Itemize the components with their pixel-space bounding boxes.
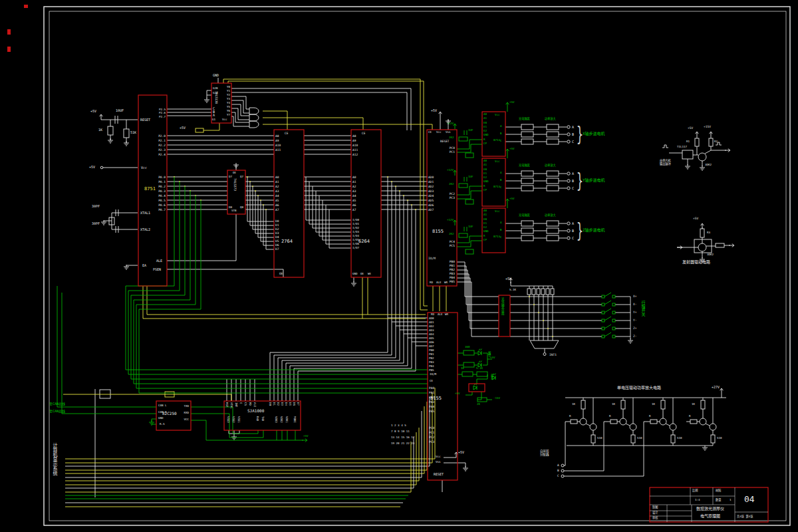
schematic-wiring	[0, 0, 798, 532]
term-y-b: B	[572, 179, 574, 183]
mcu-pin-vcc: Vcc	[141, 166, 147, 170]
oc2-5v: +5V	[693, 217, 698, 220]
250-pin-txd: TXD	[180, 405, 189, 408]
oc1-r2: R2	[714, 140, 718, 144]
sja-pin-rst: RST	[225, 402, 229, 407]
pio2-5v: +5V	[458, 450, 464, 454]
driver-x-chip: 8713	[493, 139, 500, 142]
amp3-rin: R	[649, 415, 651, 418]
rom-name: 2764	[281, 239, 293, 244]
sja-pin-d7: D7	[296, 402, 300, 406]
term-y-a: A	[572, 172, 574, 176]
term-y-c: C	[572, 186, 574, 190]
junction-dots	[174, 176, 553, 337]
ram-gnd: GND	[352, 273, 358, 276]
alarm-n15v: -15V	[493, 397, 500, 400]
sw-y-plus: Y+	[633, 311, 636, 314]
dec138-y-pins: Y0 Y1 Y2 Y3 Y4 Y5 Y6 Y7	[222, 85, 230, 117]
amp-27v: +27V	[712, 385, 720, 389]
pio1-pc23: PC2 PC3	[446, 192, 455, 200]
pio2-ad: AD0 AD1 AD2 AD3 AD4 AD5 AD6 AD7	[429, 317, 434, 348]
tb-row-draw: 制图	[652, 506, 658, 509]
driver-x-cap: 1UF	[468, 129, 473, 132]
pio1-rd: RD	[430, 281, 433, 285]
opto-header-z: 光电隔离	[519, 214, 530, 217]
tb-material-label: 材料	[716, 489, 721, 493]
driver-y-chip: 8713	[493, 186, 500, 189]
driver-z-pins: A0 A1 EB E1 E2 GND R CP	[483, 209, 489, 242]
mcu-pin-xtal1: XTAL1	[140, 211, 150, 215]
oc2-note: 发射器驱动电路	[682, 259, 710, 264]
driver-y-pins: A0 A1 EB E1 E2 GND R CP	[483, 159, 489, 192]
limit-switch-label: 行程开关	[641, 301, 646, 317]
frame-corner-marks	[7, 5, 28, 52]
rom-a-hi: A8 A9 A10 A11	[275, 134, 281, 152]
250-pin-canh: CAN H	[158, 411, 167, 414]
latch-q0: Q0	[240, 206, 243, 209]
reset-r1-label: 1K	[98, 128, 102, 132]
xtal-cap2-label: 30PF	[92, 221, 100, 225]
latch-d7: D7	[229, 176, 232, 179]
dec138-gnd: GND	[213, 73, 219, 77]
pio2-name: 8155	[430, 396, 442, 401]
driver-y-cap: 1UF	[468, 176, 473, 179]
sja-pin-xtal: XTAL	[229, 402, 233, 409]
driver-z-cap: 1UF	[468, 225, 473, 229]
term-z-b: B	[572, 229, 574, 233]
mcu-pin-ale: ALE	[156, 259, 162, 263]
driver-z-chip: 8713	[493, 235, 500, 239]
amp1-rin: R	[569, 415, 571, 418]
green-wires	[57, 102, 615, 442]
pio2-reset: RESET	[434, 472, 444, 476]
sja-pin-cs: CS	[243, 402, 247, 406]
250-pin-rs: R.S	[160, 423, 165, 426]
alarm-label-2: 指示	[490, 374, 493, 380]
xtal-cap1-label: 30PF	[92, 204, 100, 208]
alarm-r1k-label: 1K	[461, 367, 464, 370]
oc1-15v: +15V	[704, 125, 711, 128]
250-pin-vcc: VCC	[180, 418, 189, 422]
ram-we: WE	[368, 273, 371, 276]
amp-header-y: 功率放大	[545, 164, 556, 168]
dec138-vcc: Vcc	[222, 118, 227, 122]
pio1-ale: ALE	[436, 281, 442, 285]
tb-title-line1: 数控激光测厚仪	[696, 506, 724, 511]
driver-x-12v: +12V	[447, 122, 454, 126]
wire-numbers-2: 7 8 9 10 11	[391, 430, 430, 434]
sw-x-minus: X-	[633, 303, 636, 306]
oc1-r1: R1	[686, 140, 690, 144]
sja-pin-vdd2: VDD2	[279, 416, 283, 423]
driver-z-res: 2K2	[449, 233, 454, 236]
limit-5v: +5V	[505, 277, 511, 281]
pio2-ale: ALE	[438, 313, 443, 317]
pio2-vcc: Vcc	[436, 456, 441, 459]
amp-title: 单电压驱动功率放大电路	[617, 385, 661, 390]
sw-z-minus: Z-	[633, 334, 636, 338]
amp-in-c: C	[557, 474, 559, 477]
pio1-ce: CE	[428, 131, 432, 134]
pio1-ad: AD0 AD1 AD2 AD3 AD4 AD5 AD6 AD7	[428, 175, 434, 212]
250-pin-canl: CAN L	[158, 404, 167, 408]
driver-x-c: C	[500, 140, 502, 143]
motor-x-label: X轴步进电机	[583, 131, 605, 136]
dec138-g2b: G2B	[213, 87, 218, 90]
sja-pin-ale: ALE	[253, 402, 257, 407]
alarm-r51-label: 5.1K	[476, 367, 483, 370]
amp1-rtop: 1K	[572, 403, 575, 406]
term-x-a: A	[572, 125, 574, 129]
amp-header-x: 功率放大	[545, 118, 556, 121]
can-bus-label-2: 至CAN总线	[49, 409, 65, 413]
driver-y-b: B	[500, 179, 502, 182]
wire-numbers-1: 1 2 3 4 5	[391, 424, 430, 428]
alarm-r2k-label: 2K	[477, 403, 480, 406]
tb-qty-label: 数量	[716, 499, 721, 502]
pio1-vss: Vss	[446, 131, 451, 134]
opto-header-x: 光电隔离	[519, 118, 530, 121]
sja-pin-e: E	[239, 402, 243, 404]
sja-pin-rd: RD	[248, 402, 252, 406]
pio2-pb: PB0 PB1 PB2 PB3 PB4 PB5	[429, 348, 434, 372]
white-wires	[95, 78, 734, 497]
amp2-rlow: 510	[637, 437, 642, 440]
dec138-5v: +5V	[180, 126, 186, 130]
driver-y-a: A	[500, 172, 502, 175]
